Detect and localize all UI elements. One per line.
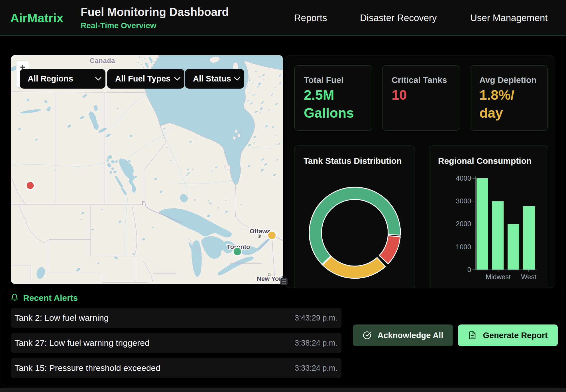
svg-text:1000: 1000 — [456, 243, 471, 251]
svg-text:West: West — [521, 273, 537, 281]
svg-text:3000: 3000 — [456, 197, 471, 205]
svg-text:New York: New York — [257, 275, 283, 282]
svg-text:0: 0 — [467, 266, 471, 273]
svg-text:Canada: Canada — [90, 57, 115, 64]
svg-text:4000: 4000 — [456, 174, 471, 182]
svg-text:Midwest: Midwest — [486, 273, 511, 281]
svg-text:2000: 2000 — [456, 220, 471, 228]
